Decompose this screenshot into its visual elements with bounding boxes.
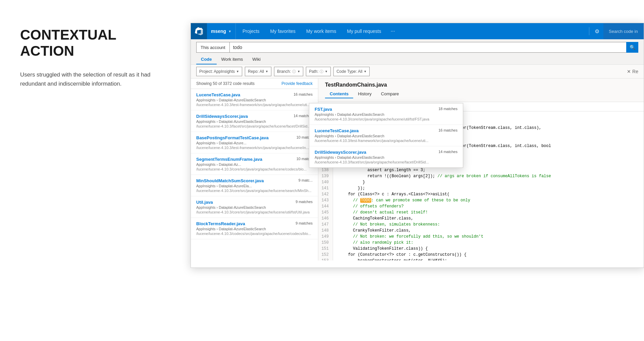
nav-settings-icon[interactable]: ⚙ xyxy=(591,23,603,39)
overlay-panel: FST.java 18 matches AppInsights › Datapl… xyxy=(309,103,463,168)
code-line: // Not broken: we forcefully add this, s… xyxy=(338,234,638,240)
tab-compare[interactable]: Compare xyxy=(376,90,404,98)
page-heading: CONTEXTUAL ACTION xyxy=(20,27,168,59)
result-path: /lucene/lucene-4.10.3/facet/src/java/org… xyxy=(315,160,458,164)
result-breadcrumb: AppInsights › Dataplat-AzureElasticSearc… xyxy=(196,98,313,102)
result-item[interactable]: MinShouldMatchSumScorer.java 9 matc... A… xyxy=(191,175,318,196)
result-path: /lucene/lucene-4.10.3/test-framework/src… xyxy=(196,103,313,107)
search-account-button[interactable]: This account xyxy=(196,42,229,53)
project-filter[interactable]: Project: AppInsights ▼ xyxy=(196,67,242,76)
nav-more-button[interactable]: ··· xyxy=(386,23,399,39)
tab-wiki[interactable]: Wiki xyxy=(248,55,265,64)
nav-bar: mseng ▼ Projects My favorites My work it… xyxy=(191,23,644,39)
result-path: /lucene/lucene-4.10.3/codecs/src/java/or… xyxy=(196,232,313,236)
result-header-row: LuceneTestCase.java 16 matches xyxy=(196,92,313,97)
nav-pull-requests[interactable]: My pull requests xyxy=(342,23,387,39)
code-line: } xyxy=(338,179,638,185)
tab-history[interactable]: History xyxy=(353,90,376,98)
result-matches: 18 matches xyxy=(438,107,458,111)
code-line: ValidatingTokenFilter.class)) { xyxy=(338,246,638,252)
result-filename: Util.java xyxy=(196,200,213,205)
result-path: /lucene/lucene-4.10.3/core/src/java/org/… xyxy=(196,167,313,171)
result-header-row: DrillSidewaysScorer.java 14 matches xyxy=(196,114,313,119)
tab-code[interactable]: Code xyxy=(196,55,217,64)
code-tabs: Contents History Compare xyxy=(325,90,637,98)
results-header: Showing 50 of 3372 code results Provide … xyxy=(191,79,318,89)
result-header-row: FST.java 18 matches xyxy=(315,107,458,112)
result-header-row: DrillSidewaysScorer.java 14 matches xyxy=(315,150,458,155)
nav-divider xyxy=(589,27,589,35)
tab-contents[interactable]: Contents xyxy=(325,90,353,98)
result-filename: FST.java xyxy=(315,107,332,112)
code-filename: TestRandomChains.java xyxy=(325,82,637,88)
result-item[interactable]: BlockTermsReader.java 9 matches AppInsig… xyxy=(191,218,318,239)
result-item[interactable]: LuceneTestCase.java 16 matches AppInsigh… xyxy=(191,89,318,110)
result-breadcrumb: AppInsights › Dataplat-Azure... xyxy=(196,141,313,145)
results-panel: Showing 50 of 3372 code results Provide … xyxy=(191,79,318,260)
branch-filter-chevron: ▼ xyxy=(297,70,300,73)
feedback-link[interactable]: Provide feedback xyxy=(281,81,313,86)
nav-projects[interactable]: Projects xyxy=(237,23,265,39)
result-filename: MinShouldMatchSumScorer.java xyxy=(196,178,264,183)
overlay-item[interactable]: FST.java 18 matches AppInsights › Datapl… xyxy=(309,103,463,125)
result-matches: 9 matches xyxy=(296,200,313,204)
code-line: CrankyTokenFilter.class, xyxy=(338,228,638,234)
result-path: /lucene/lucene-4.10.3/test-framework/src… xyxy=(315,139,458,143)
code-line: // Not broken, simulates brokenness: xyxy=(338,222,638,228)
code-type-filter[interactable]: Code Type: All ▼ xyxy=(333,67,370,76)
result-breadcrumb: AppInsights › Dataplat-Az... xyxy=(196,162,313,166)
result-path: /lucene/lucene-4.10.3/core/src/java/org/… xyxy=(315,117,458,121)
result-matches: 14 matches xyxy=(438,150,458,154)
result-breadcrumb: AppInsights › Dataplat-AzureElasticSearc… xyxy=(315,112,458,116)
tab-work-items[interactable]: Work items xyxy=(217,55,248,64)
result-breadcrumb: AppInsights › Dataplat-AzureElasticSearc… xyxy=(196,227,313,231)
nav-search-code[interactable]: Search code in xyxy=(603,23,644,39)
code-line: // offsets offenders? xyxy=(338,203,638,209)
browser-window: mseng ▼ Projects My favorites My work it… xyxy=(191,23,644,268)
overlay-item[interactable]: DrillSidewaysScorer.java 14 matches AppI… xyxy=(309,146,463,167)
result-header-row: SegmentTermsEnumFrame.java 10 matc... xyxy=(196,157,313,162)
azure-devops-logo[interactable] xyxy=(191,23,207,39)
org-selector[interactable]: mseng ▼ xyxy=(207,23,236,39)
overlay-item[interactable]: LuceneTestCase.java 16 matches AppInsigh… xyxy=(309,125,463,146)
org-name: mseng xyxy=(211,29,226,34)
result-item[interactable]: DrillSidewaysScorer.java 14 matches AppI… xyxy=(191,110,318,132)
result-item[interactable]: SegmentTermsEnumFrame.java 10 matc... Ap… xyxy=(191,153,318,175)
search-input[interactable] xyxy=(229,42,626,53)
search-submit-button[interactable]: 🔍 xyxy=(626,42,638,53)
project-filter-chevron: ▼ xyxy=(236,70,239,73)
result-filename: DrillSidewaysScorer.java xyxy=(315,150,366,155)
path-info-icon: ⓘ xyxy=(320,69,323,74)
code-line: for (Constructor<?> ctor : c.getConstruc… xyxy=(338,252,638,258)
result-item[interactable]: BasePostingsFormatTestCase.java 10 matc.… xyxy=(191,132,318,153)
close-filters-button[interactable]: ✕ Re xyxy=(627,69,638,74)
path-filter[interactable]: Path: ⓘ ▼ xyxy=(306,67,331,76)
code-file-header: TestRandomChains.java Contents History C… xyxy=(318,79,644,102)
result-path: /lucene/lucene-4.10.3/test-framework/src… xyxy=(196,146,313,150)
search-row: This account 🔍 xyxy=(196,42,638,53)
code-line: brokenConstructors.put(ctor, ALWAYS); xyxy=(338,258,638,260)
result-filename: BasePostingsFormatTestCase.java xyxy=(196,135,269,140)
nav-favorites[interactable]: My favorites xyxy=(265,23,301,39)
result-filename: LuceneTestCase.java xyxy=(315,128,359,133)
code-type-filter-chevron: ▼ xyxy=(364,70,367,73)
result-filename: LuceneTestCase.java xyxy=(196,92,240,97)
search-tabs: Code Work items Wiki xyxy=(196,55,638,64)
result-header-row: LuceneTestCase.java 16 matches xyxy=(315,128,458,133)
result-filename: DrillSidewaysScorer.java xyxy=(196,114,248,119)
code-line: for (Class<?> c : Arrays.<Class<?>>asLis… xyxy=(338,191,638,197)
code-line-todo: // TODO: can we promote some of these to… xyxy=(338,197,638,203)
branch-filter[interactable]: Branch: ⓘ ▼ xyxy=(274,67,303,76)
repo-filter[interactable]: Repo: All ▼ xyxy=(245,67,271,76)
nav-work-items[interactable]: My work items xyxy=(301,23,341,39)
result-item[interactable]: Util.java 9 matches AppInsights › Datapl… xyxy=(191,196,318,218)
result-path: /lucene/lucene-4.10.3/core/src/java/org/… xyxy=(196,189,313,193)
result-header-row: Util.java 9 matches xyxy=(196,200,313,205)
result-breadcrumb: AppInsights › Dataplat-AzureElasticSearc… xyxy=(196,119,313,124)
result-breadcrumb: AppInsights › Dataplat-AzureElasticSearc… xyxy=(196,205,313,209)
result-path: /lucene/lucene-4.10.3/facet/src/java/org… xyxy=(196,124,313,128)
branch-info-icon: ⓘ xyxy=(292,69,296,74)
code-line: // doesn't actual reset itself! xyxy=(338,209,638,215)
result-filename: BlockTermsReader.java xyxy=(196,221,245,226)
code-line: }); xyxy=(338,185,638,191)
